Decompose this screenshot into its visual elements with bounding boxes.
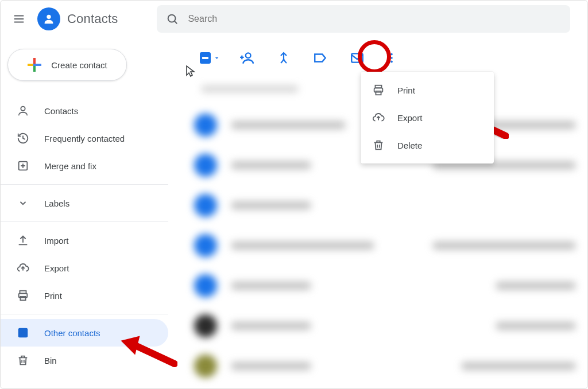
svg-rect-6 — [33, 58, 36, 64]
sidebar: Create contact Contacts Frequently conta… — [1, 37, 176, 388]
merge-fix-icon — [17, 160, 29, 172]
svg-point-11 — [21, 107, 25, 111]
upload-icon — [17, 234, 29, 247]
print-icon — [17, 289, 29, 302]
create-contact-button[interactable]: Create contact — [7, 49, 127, 81]
merge-icon — [277, 51, 291, 65]
caret-down-icon — [213, 54, 220, 62]
svg-point-20 — [390, 57, 393, 59]
search-input[interactable] — [188, 14, 561, 24]
sidebar-item-label: Labels — [44, 199, 69, 208]
svg-rect-18 — [351, 53, 363, 62]
sidebar-item-label: Bin — [44, 356, 57, 365]
label-button[interactable] — [310, 48, 331, 68]
sidebar-item-bin[interactable]: Bin — [1, 347, 168, 374]
select-all-checkbox[interactable] — [200, 48, 220, 68]
svg-rect-9 — [36, 64, 41, 66]
sidebar-item-label: Contacts — [44, 106, 78, 116]
more-actions-button[interactable] — [381, 48, 402, 68]
menu-item-print[interactable]: Print — [361, 76, 494, 104]
sidebar-item-label: Frequently contacted — [44, 134, 125, 143]
contacts-logo-icon — [37, 7, 60, 30]
divider — [1, 221, 168, 222]
cloud-export-icon — [17, 262, 29, 274]
search-icon — [166, 13, 179, 25]
search-bar[interactable] — [157, 5, 570, 33]
main-panel: Print Export Delete — [176, 37, 587, 388]
sidebar-item-label: Merge and fix — [44, 161, 96, 171]
hamburger-icon — [13, 13, 25, 25]
sidebar-item-frequently-contacted[interactable]: Frequently contacted — [1, 125, 168, 152]
list-toolbar: Print Export Delete — [176, 42, 587, 74]
sidebar-item-contacts[interactable]: Contacts — [1, 97, 168, 125]
sidebar-item-other-contacts[interactable]: Other contacts — [1, 319, 168, 347]
svg-rect-7 — [33, 66, 36, 72]
svg-line-5 — [175, 21, 177, 24]
app-logo: Contacts — [37, 7, 118, 30]
cloud-export-icon — [372, 111, 385, 124]
create-contact-label: Create contact — [51, 60, 107, 70]
label-icon — [313, 50, 328, 65]
sidebar-item-label: Print — [44, 291, 62, 301]
trash-icon — [372, 139, 385, 151]
plus-icon — [27, 57, 42, 72]
svg-rect-10 — [33, 64, 36, 66]
sidebar-item-export[interactable]: Export — [1, 254, 168, 282]
menu-item-export[interactable]: Export — [361, 104, 494, 131]
divider — [1, 184, 168, 185]
print-icon — [372, 84, 385, 96]
sidebar-labels-heading[interactable]: Labels — [1, 189, 168, 217]
svg-point-19 — [390, 53, 393, 56]
email-button[interactable] — [347, 48, 368, 68]
chevron-down-icon — [17, 197, 29, 209]
inbox-icon — [17, 326, 29, 339]
checkbox-indeterminate-icon — [200, 52, 211, 64]
svg-point-4 — [168, 15, 176, 22]
menu-item-label: Export — [397, 113, 422, 123]
sidebar-item-import[interactable]: Import — [1, 227, 168, 254]
person-add-icon — [239, 50, 254, 65]
svg-point-21 — [390, 61, 393, 63]
menu-item-label: Print — [397, 85, 415, 95]
sidebar-item-label: Export — [44, 263, 69, 273]
app-title: Contacts — [67, 11, 118, 26]
sidebar-item-label: Import — [44, 236, 69, 246]
menu-item-delete[interactable]: Delete — [361, 131, 494, 159]
main-menu-button[interactable] — [5, 5, 33, 33]
svg-point-17 — [246, 53, 251, 58]
history-icon — [17, 132, 29, 145]
svg-rect-8 — [28, 64, 33, 66]
divider — [1, 314, 168, 314]
menu-item-label: Delete — [397, 141, 422, 150]
sidebar-item-label: Other contacts — [44, 328, 100, 338]
mail-icon — [350, 50, 365, 65]
svg-point-3 — [47, 15, 51, 19]
add-to-contacts-button[interactable] — [237, 48, 257, 68]
person-icon — [17, 104, 29, 117]
trash-icon — [17, 354, 29, 367]
merge-button[interactable] — [273, 48, 294, 68]
more-vert-icon — [385, 52, 398, 64]
sidebar-item-merge-and-fix[interactable]: Merge and fix — [1, 152, 168, 180]
sidebar-item-print[interactable]: Print — [1, 282, 168, 309]
overflow-menu: Print Export Delete — [361, 72, 494, 164]
